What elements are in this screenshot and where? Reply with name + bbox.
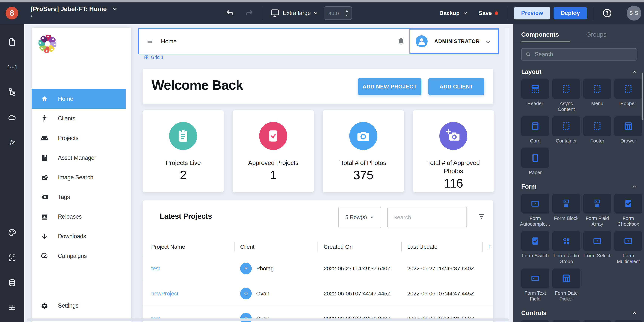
chevron-down-icon[interactable] — [313, 10, 319, 16]
table-row[interactable]: newProject O Ovan 2022-06-06T07:44:47.44… — [142, 281, 493, 306]
deploy-button[interactable]: Deploy — [554, 7, 587, 20]
add-new-project-button[interactable]: ADD NEW PROJECT — [358, 78, 422, 95]
chevron-down-icon[interactable] — [112, 6, 118, 12]
cloud-icon[interactable] — [8, 113, 16, 121]
tile-dashed-icon — [561, 83, 572, 94]
chevron-up-icon[interactable] — [632, 310, 637, 316]
component-tile[interactable]: Paper — [521, 148, 549, 175]
table-row[interactable]: test P Photag 2022-06-27T14:49:37.640Z 2… — [142, 256, 493, 281]
component-tile[interactable] — [552, 320, 580, 322]
sidebar-nav-item[interactable]: Tags — [32, 187, 131, 207]
sidebar-nav-item-settings[interactable]: Settings — [32, 296, 131, 315]
section-header-form[interactable]: Form — [521, 183, 637, 190]
chevron-up-icon[interactable] — [632, 184, 637, 189]
sidebar-nav-item[interactable]: Releases — [32, 207, 131, 226]
divider — [262, 6, 262, 20]
sidebar-nav-item[interactable]: Home — [32, 89, 126, 109]
user-menu[interactable]: ADMINISTRATOR — [410, 29, 498, 54]
table-column-header[interactable]: F — [482, 242, 493, 252]
latest-projects-card: Latest Projects 5 Row(s) Project NameCli… — [142, 200, 493, 322]
section-header-layout[interactable]: Layout — [521, 68, 637, 76]
component-tile[interactable]: Form Select — [583, 231, 611, 264]
component-tile[interactable]: Form Date Picker — [552, 268, 580, 302]
component-tile[interactable] — [583, 320, 611, 322]
tab-components[interactable]: Components — [521, 31, 570, 42]
created-on-cell: 2022-06-06T07:44:47.445Z — [318, 290, 401, 297]
add-client-button[interactable]: ADD CLIENT — [428, 78, 484, 95]
component-search-input[interactable] — [531, 51, 637, 58]
component-tile[interactable]: Card — [521, 116, 549, 144]
filter-icon[interactable] — [477, 212, 486, 221]
table-search-input[interactable] — [388, 207, 466, 228]
horizontal-scrollbar[interactable] — [27, 318, 509, 321]
table-column-header[interactable]: Last Update — [401, 242, 482, 252]
palette-icon[interactable] — [8, 228, 16, 237]
device-size-label[interactable]: Extra large — [283, 10, 311, 17]
sidebar-nav-item[interactable]: Image Search — [32, 168, 131, 187]
canvas-scrollbar-track[interactable] — [504, 28, 510, 322]
component-tile[interactable]: Popper — [614, 79, 642, 112]
project-link[interactable]: newProject — [151, 290, 178, 297]
section-header-controls[interactable]: Controls — [521, 309, 637, 317]
component-tile-label: Popper — [620, 101, 636, 106]
chevron-up-icon[interactable] — [632, 69, 637, 75]
grid-icon — [144, 55, 149, 60]
component-tile[interactable]: Form Switch — [521, 231, 549, 264]
user-avatar[interactable]: S S — [626, 6, 642, 21]
component-tile[interactable]: Form Checkbox — [614, 194, 642, 227]
component-tile[interactable]: Container — [552, 116, 580, 144]
component-tile[interactable] — [614, 320, 642, 322]
table-column-header[interactable]: Project Name — [151, 242, 234, 252]
panel-scrollbar-thumb[interactable] — [642, 73, 643, 120]
sidebar-nav-item[interactable]: Downloads — [32, 226, 131, 246]
functions-icon[interactable]: ƒx — [8, 138, 16, 146]
component-tile[interactable]: Menu — [583, 79, 611, 112]
component-tile[interactable]: Form Multiselect — [614, 231, 642, 264]
sidebar-nav-item[interactable]: Campaigns — [32, 246, 131, 266]
component-tile[interactable]: Form Field Array — [583, 194, 611, 227]
chevron-down-icon[interactable] — [485, 39, 492, 45]
hamburger-icon[interactable] — [146, 38, 154, 44]
undo-icon[interactable] — [225, 8, 235, 18]
app-title[interactable]: [ProServ] Jebel-FT: Home — [31, 5, 107, 13]
redo-icon[interactable] — [244, 8, 254, 18]
rows-per-page-select[interactable]: 5 Row(s) — [338, 207, 381, 228]
component-tile[interactable]: Form Block — [552, 194, 580, 227]
table-column-header[interactable]: Created On — [318, 242, 401, 252]
component-tile[interactable]: Header — [521, 79, 549, 112]
file-icon[interactable] — [8, 38, 16, 46]
app-header-component[interactable]: Home ADMINISTRATOR — [138, 29, 499, 54]
question-icon[interactable]: ? — [602, 8, 612, 18]
bell-icon[interactable] — [397, 37, 405, 46]
sidebar-nav-item[interactable]: Clients — [32, 109, 131, 128]
tune-icon[interactable] — [8, 303, 16, 312]
sidebar-nav-item[interactable]: Projects — [32, 128, 131, 148]
caret-down-icon[interactable] — [345, 14, 349, 17]
save-button[interactable]: Save — [478, 10, 498, 16]
component-tile[interactable]: Form Text Field — [521, 268, 549, 302]
component-tile[interactable]: Async Content — [552, 79, 580, 112]
component-tile[interactable]: Drawer — [614, 116, 642, 144]
database-icon[interactable] — [8, 278, 16, 287]
component-tile-label: Form Radio Group — [552, 253, 580, 264]
image-icon[interactable] — [8, 253, 16, 262]
backup-button[interactable]: Backup — [439, 10, 468, 16]
component-tile[interactable] — [521, 320, 549, 322]
component-tile[interactable]: Form Radio Group — [552, 231, 580, 264]
sidebar-nav-item[interactable]: Asset Manager — [32, 148, 131, 168]
project-link[interactable]: test — [151, 265, 160, 272]
tree-icon[interactable] — [8, 88, 16, 96]
preview-button[interactable]: Preview — [514, 7, 550, 20]
editor-left-rail: {···}ƒx — [0, 24, 24, 322]
table-column-header[interactable]: Client — [234, 242, 318, 252]
component-tile[interactable]: Form Autocomple… — [521, 194, 549, 227]
component-tile[interactable]: Footer — [583, 116, 611, 144]
product-logo[interactable]: 8 — [6, 7, 18, 20]
caret-up-icon[interactable] — [345, 10, 349, 12]
code-icon[interactable]: {···} — [8, 63, 16, 71]
zoom-stepper[interactable]: auto — [324, 6, 352, 20]
tab-groups[interactable]: Groups — [586, 31, 606, 42]
page-path: / — [31, 14, 118, 20]
grid-component-label[interactable]: Grid 1 — [144, 55, 164, 60]
panel-tabs: Components Groups — [521, 31, 637, 42]
